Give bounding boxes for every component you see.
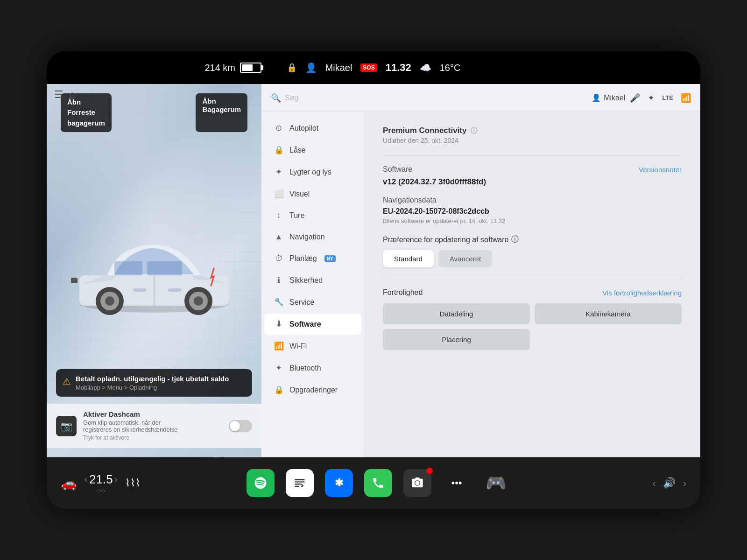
nav-data-label: Navigationsdata: [383, 196, 682, 204]
autopilot-nav-icon: ⊙: [274, 123, 284, 133]
temp-arrows: ‹ 21.5 ›: [85, 472, 118, 487]
nav-item-navigation[interactable]: ▲ Navigation: [264, 227, 361, 247]
volume-icon[interactable]: 🔊: [663, 477, 676, 489]
warning-box: ⚠ Betalt opladn. utilgængelig - tjek ube…: [56, 369, 252, 397]
connectivity-info: Premium Connectivity ⓘ Udløber den 25. o…: [383, 126, 477, 144]
user-name-top: Mikael: [325, 63, 352, 73]
signal-bars: 📶: [681, 93, 691, 103]
nav-item-service[interactable]: 🔧 Service: [264, 292, 361, 313]
bluetooth-app-wrapper: ✱: [325, 469, 353, 497]
temp-arrow-left[interactable]: ‹: [85, 475, 87, 484]
bluetooth-icon-header[interactable]: ✦: [648, 93, 655, 103]
nav-label-lygter: Lygter og lys: [289, 168, 331, 176]
nav-data-updated: Bilens software er opdateret pr. 14. okt…: [383, 217, 682, 224]
nav-label-ture: Ture: [289, 211, 304, 220]
visuel-nav-icon: ⬜: [274, 189, 284, 199]
kabinekamera-button[interactable]: Kabinekamera: [535, 303, 682, 324]
dashcam-box: 📷 Aktiver Dashcam Gem klip automatisk, n…: [47, 404, 261, 448]
pref-standard-button[interactable]: Standard: [383, 250, 434, 267]
phone-app-wrapper: [364, 469, 392, 497]
opgraderinger-nav-icon: 🔒: [274, 385, 284, 395]
nav-item-opgraderinger[interactable]: 🔒 Opgraderinger: [264, 379, 361, 400]
games-app-icon[interactable]: 🎮: [482, 469, 510, 497]
notes-app-icon[interactable]: [286, 469, 314, 497]
time-display: 11.32: [386, 62, 411, 74]
search-bar: 🔍 Søg 👤 Mikael 🎤 ✦ LTE 📶: [261, 84, 700, 112]
privacy-link[interactable]: Vis fortrolighedserklæring: [602, 289, 682, 297]
divider-1: [383, 155, 682, 156]
taskbar-left: 🚗 ‹ 21.5 › ○○ ⌇⌇⌇: [61, 472, 154, 494]
camera-app-wrapper: [403, 469, 431, 497]
svg-point-14: [415, 481, 419, 485]
premium-title: Premium Connectivity ⓘ: [383, 126, 477, 135]
autopilot-icon: ⊙: [69, 91, 76, 100]
user-icon-header: 👤: [592, 93, 601, 102]
nav-data-value: EU-2024.20-15072-08f3c2dccb: [383, 207, 682, 216]
spotify-app-wrapper: [247, 469, 275, 497]
nav-item-ture[interactable]: ↕ Ture: [264, 205, 361, 226]
content-area: ⊙ Autopilot 🔒 Låse ✦ Lygter og lys ⬜ Vis…: [261, 112, 700, 457]
software-label: Software: [383, 165, 412, 174]
nav-item-autopilot[interactable]: ⊙ Autopilot: [264, 118, 361, 139]
nav-arrow-left[interactable]: ‹: [653, 478, 656, 489]
ture-nav-icon: ↕: [274, 211, 284, 220]
premium-info-icon[interactable]: ⓘ: [471, 127, 477, 134]
nav-item-visuel[interactable]: ⬜ Visuel: [264, 183, 361, 204]
software-version: v12 (2024.32.7 3f0d0fff88fd): [383, 177, 682, 187]
connectivity-row: Premium Connectivity ⓘ Udløber den 25. o…: [383, 126, 682, 144]
search-input-wrapper[interactable]: 🔍 Søg: [271, 93, 587, 103]
spotify-app-icon[interactable]: [247, 469, 275, 497]
left-panel: ☰ ⊙ Åbn Forreste bagagerum Åbn Bagagerum: [47, 84, 261, 457]
dashcam-icon: 📷: [56, 416, 77, 436]
rear-trunk-button[interactable]: Åbn Bagagerum: [196, 93, 247, 132]
pref-advanced-button[interactable]: Avanceret: [438, 250, 492, 267]
dashcam-toggle[interactable]: [229, 420, 252, 432]
phone-app-icon[interactable]: [364, 469, 392, 497]
menu-icon[interactable]: ☰: [54, 89, 63, 100]
privacy-row-1: Datadeling Kabinekamera: [383, 303, 682, 324]
svg-point-6: [105, 296, 114, 306]
nav-item-laase[interactable]: 🔒 Låse: [264, 140, 361, 161]
datadeling-button[interactable]: Datadeling: [383, 303, 530, 324]
nav-data-section: Navigationsdata EU-2024.20-15072-08f3c2d…: [383, 196, 682, 224]
warning-text: Betalt opladn. utilgængelig - tjek ubeta…: [76, 375, 229, 391]
privacy-section: Fortrolighed Vis fortrolighedserklæring …: [383, 288, 682, 350]
status-bar: 214 km 🔒 👤 Mikael SOS 11.32 ☁️ 16°C: [47, 51, 700, 84]
sos-badge[interactable]: SOS: [360, 63, 377, 72]
more-app-icon[interactable]: •••: [443, 469, 471, 497]
taskbar-right: ‹ 🔊 ›: [602, 477, 686, 489]
privacy-header: Fortrolighed Vis fortrolighedserklæring: [383, 288, 682, 297]
microphone-icon[interactable]: 🎤: [630, 93, 640, 103]
divider-2: [383, 277, 682, 277]
nav-item-lygter[interactable]: ✦ Lygter og lys: [264, 161, 361, 182]
pref-buttons: Standard Avanceret: [383, 250, 682, 267]
software-section: Software Versionsnoter v12 (2024.32.7 3f…: [383, 165, 682, 187]
car-image: [65, 219, 243, 322]
temp-arrow-right[interactable]: ›: [115, 475, 118, 484]
nav-item-bluetooth[interactable]: ✦ Bluetooth: [264, 357, 361, 378]
nav-label-planlaeg: Planlæg: [289, 254, 317, 263]
nav-item-wifi[interactable]: 📶 Wi-Fi: [264, 336, 361, 357]
bluetooth-app-icon[interactable]: ✱: [325, 469, 353, 497]
right-panel: 🔍 Søg 👤 Mikael 🎤 ✦ LTE 📶: [261, 84, 700, 457]
nav-item-planlaeg[interactable]: ⏱ Planlæg NY: [264, 248, 361, 269]
privacy-label: Fortrolighed: [383, 288, 423, 297]
pref-info-icon[interactable]: ⓘ: [511, 235, 519, 245]
nav-arrow-right[interactable]: ›: [683, 478, 686, 489]
bluetooth-nav-icon: ✦: [274, 363, 284, 373]
nav-label-software: Software: [289, 320, 321, 329]
more-app-wrapper: •••: [443, 469, 471, 497]
nav-item-software[interactable]: ⬇ Software: [264, 314, 361, 335]
svg-point-9: [194, 296, 203, 306]
nav-label-sikkerhed: Sikkerhed: [289, 276, 323, 285]
version-notes-link[interactable]: Versionsnoter: [639, 166, 682, 174]
car-status-icon[interactable]: 🚗: [61, 476, 77, 491]
premium-expires: Udløber den 25. okt. 2024: [383, 137, 477, 144]
svg-rect-13: [71, 278, 78, 283]
service-nav-icon: 🔧: [274, 297, 284, 307]
nav-item-sikkerhed[interactable]: ℹ Sikkerhed: [264, 270, 361, 291]
placering-button[interactable]: Placering: [383, 329, 530, 350]
software-header: Software Versionsnoter: [383, 165, 682, 174]
privacy-buttons: Datadeling Kabinekamera Placering: [383, 303, 682, 350]
nav-label-bluetooth: Bluetooth: [289, 364, 321, 372]
